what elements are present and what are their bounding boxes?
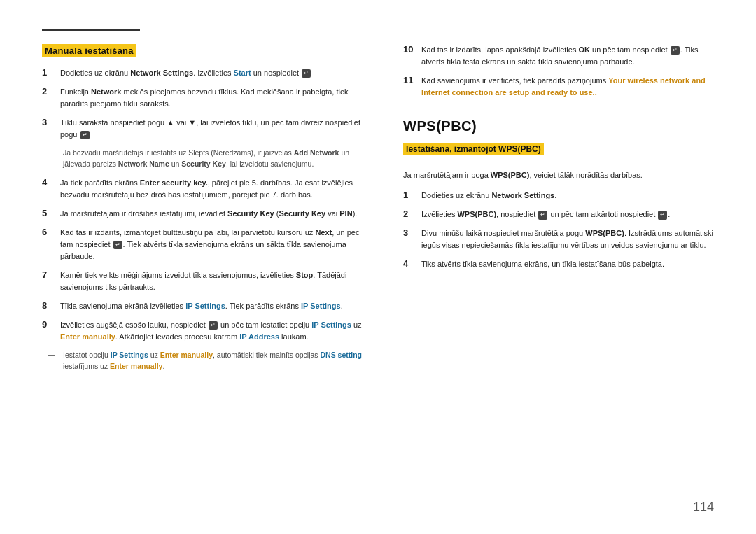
enter-icon: ↵ [538,211,547,219]
top-divider [42,28,714,31]
enter-icon: ↵ [302,69,311,78]
list-item: 6 Kad tas ir izdarīts, izmantojiet bultt… [42,227,368,262]
list-item: 2 Izvēlieties WPS(PBC), nospiediet ↵ un … [403,209,714,220]
enter-icon: ↵ [209,321,218,330]
list-item: 3 Tīklu sarakstā nospiediet pogu ▲ vai ▼… [42,117,368,141]
list-item: 3 Divu minūšu laikā nospiediet maršrutēt… [403,227,714,251]
note-item: — Iestatot opciju IP Settings uz Enter m… [48,350,368,372]
list-item: 4 Ja tiek parādīts ekrāns Enter security… [42,177,368,201]
wps-intro-text: Ja maršrutētājam ir poga WPS(PBC), veici… [403,169,714,181]
list-item: 2 Funkcija Network meklēs pieejamos bezv… [42,86,368,110]
main-content: Manuālā iestatīšana 1 Dodieties uz ekrān… [42,44,714,506]
wps-section-subtitle: Iestatīšana, izmantojot WPS(PBC) [403,143,714,162]
left-column: Manuālā iestatīšana 1 Dodieties uz ekrān… [42,44,368,506]
list-item: 5 Ja maršrutētājam ir drošības iestatīju… [42,208,368,220]
top-bar-left [42,29,140,31]
right-column: 10 Kad tas ir izdarīts, lapas apakšdaļā … [396,44,714,506]
list-item: 8 Tīkla savienojuma ekrānā izvēlieties I… [42,300,368,312]
top-bar-right [153,31,714,31]
list-item: 4 Tiks atvērts tīkla savienojuma ekrāns,… [403,258,714,270]
wps-title: WPS(PBC) [403,118,714,134]
enter-icon: ↵ [671,46,680,55]
list-item: 11 Kad savienojums ir verificēts, tiek p… [403,75,714,99]
list-item: 1 Dodieties uz ekrānu Network Settings. … [42,67,368,79]
left-section-title: Manuālā iestatīšana [42,44,368,67]
list-item: 1 Dodieties uz ekrānu Network Settings. [403,190,714,202]
note-item: — Ja bezvadu maršrutētājs ir iestatīts u… [48,148,368,170]
list-item: 7 Kamēr tiek veikts mēģinājums izveidot … [42,269,368,293]
enter-icon: ↵ [113,241,122,249]
enter-icon: ↵ [658,211,667,219]
page-number: 114 [693,500,714,514]
enter-icon: ↵ [80,131,90,139]
list-item: 10 Kad tas ir izdarīts, lapas apakšdaļā … [403,44,714,68]
list-item: 9 Izvēlieties augšējā esošo lauku, nospi… [42,319,368,343]
